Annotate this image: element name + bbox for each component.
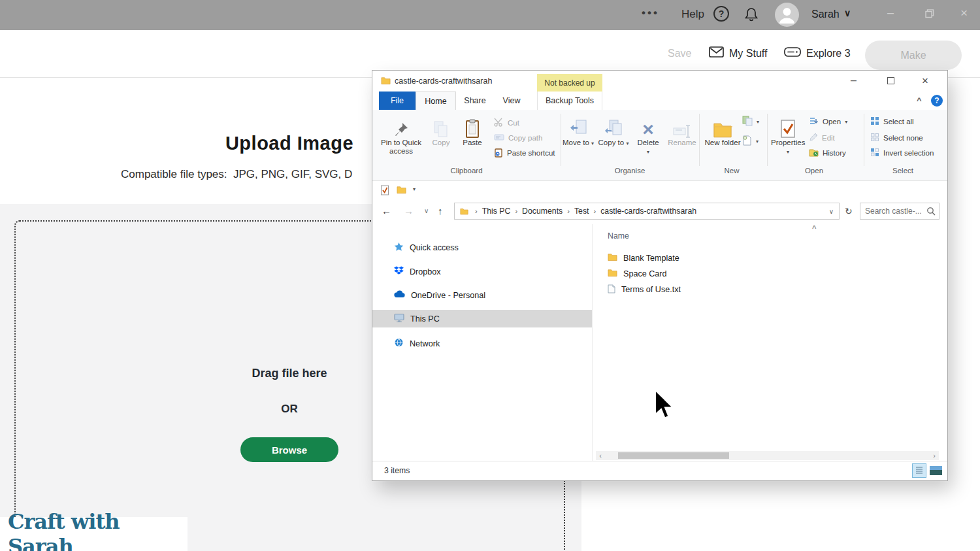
paste-button[interactable]: Paste [457,115,487,147]
file-list-pane[interactable]: Name ^ Blank Template Space Card Terms o… [593,224,944,461]
ribbon-separator [561,114,561,166]
not-backed-up-badge: Not backed up [537,74,602,92]
save-button[interactable]: Save [668,48,691,59]
crumb-separator: › [567,207,570,215]
tab-backup-tools[interactable]: Backup Tools [537,92,602,110]
paste-shortcut-button[interactable]: Paste shortcut [494,146,555,159]
sidebar-item-dropbox[interactable]: Dropbox [372,263,592,280]
window-close-button[interactable]: × [960,6,968,20]
name-column-header[interactable]: Name [608,231,629,241]
help-question-icon[interactable]: ? [713,6,729,22]
pin-icon [378,115,425,139]
invert-selection-icon [870,148,879,158]
search-box[interactable] [860,203,939,220]
qat-dropdown-icon[interactable]: ▾ [413,186,416,192]
file-row-blank-template[interactable]: Blank Template [608,250,679,266]
scrollbar-thumb[interactable] [618,452,729,459]
file-row-terms-of-use[interactable]: Terms of Use.txt [608,282,681,297]
explorer-body: Quick access Dropbox OneDrive - Personal… [372,224,947,461]
details-view-button[interactable] [912,463,926,478]
explorer-title-bar[interactable]: castle-cards-craftwithsarah Not backed u… [372,71,947,92]
open-button[interactable]: Open ▾ [809,115,847,128]
new-item-button[interactable]: ▾ [742,135,759,148]
sidebar-item-network[interactable]: Network [372,335,592,352]
notifications-bell-icon[interactable] [743,7,759,26]
thumbnails-view-button[interactable] [930,466,942,477]
properties-button[interactable]: Properties▾ [771,115,805,156]
recent-locations-chevron-icon[interactable]: ∨ [424,207,429,214]
sidebar-item-this-pc[interactable]: This PC [372,310,592,327]
select-all-button[interactable]: Select all [870,115,914,128]
qat-properties-icon[interactable] [380,185,389,197]
explorer-close-button[interactable]: × [922,75,928,88]
search-input[interactable] [860,206,926,216]
scrollbar-track[interactable] [605,451,930,460]
move-to-button[interactable]: Move to ▾ [562,115,595,148]
qat-folder-icon[interactable] [397,186,406,196]
dropdown-icon: ▾ [787,149,789,155]
delete-button[interactable]: × Delete▾ [634,115,662,156]
explorer-maximize-button[interactable] [887,77,894,84]
window-restore-button[interactable] [925,9,934,21]
scroll-right-icon[interactable]: › [930,451,939,460]
crumb-separator: › [594,207,596,215]
properties-icon [771,115,805,139]
browse-button[interactable]: Browse [240,437,338,462]
file-row-space-card[interactable]: Space Card [608,266,667,282]
window-minimize-button[interactable]: – [887,6,894,20]
copy-to-icon [597,115,630,139]
easy-access-button[interactable]: ▾ [742,115,759,128]
select-none-button[interactable]: Select none [870,131,923,144]
copy-to-button[interactable]: Copy to ▾ [597,115,630,148]
address-bar[interactable]: › This PC › Documents › Test › castle-ca… [454,203,840,220]
star-icon [394,242,404,254]
ribbon-separator [699,114,700,166]
cut-button[interactable]: Cut [494,116,519,129]
refresh-icon[interactable]: ↻ [845,206,853,216]
back-button[interactable]: ← [382,205,391,216]
tab-share[interactable]: Share [456,92,494,110]
breadcrumb-documents[interactable]: Documents [522,207,563,216]
horizontal-scrollbar[interactable]: ‹ › [596,451,939,460]
dropdown-icon: ▾ [845,119,847,125]
tab-file[interactable]: File [379,92,416,110]
rename-button[interactable]: Rename [664,115,700,147]
sidebar-item-onedrive[interactable]: OneDrive - Personal [372,286,592,304]
edit-button[interactable]: Edit [809,131,835,144]
scroll-left-icon[interactable]: ‹ [596,451,605,460]
sort-indicator-icon[interactable]: ^ [812,224,816,232]
site-logo-text: Craft with Sarah [8,509,188,551]
make-button[interactable]: Make [865,41,962,70]
copy-button[interactable]: Copy [427,115,455,147]
user-avatar[interactable] [775,3,799,27]
tab-view[interactable]: View [494,92,529,110]
collapse-ribbon-icon[interactable]: ^ [917,95,922,105]
overflow-menu-icon[interactable]: ••• [642,7,659,20]
move-to-icon [562,115,595,139]
help-label[interactable]: Help [681,8,704,21]
invert-selection-button[interactable]: Invert selection [870,146,934,159]
folder-icon [608,269,617,279]
address-dropdown-icon[interactable]: ∨ [829,208,834,215]
dropbox-icon [394,266,404,277]
user-name[interactable]: Sarah [811,8,840,20]
dropdown-icon: ▾ [626,141,629,146]
explore-machine-button[interactable]: Explore 3 [784,46,851,61]
forward-button[interactable]: → [404,205,414,216]
new-folder-button[interactable]: New folder [704,115,741,147]
copy-path-button[interactable]: Copy path [494,131,542,144]
up-button[interactable]: ↑ [438,205,443,216]
sidebar-item-quick-access[interactable]: Quick access [372,239,592,256]
my-stuff-button[interactable]: My Stuff [709,46,767,61]
user-menu-chevron-icon[interactable]: ∨ [844,8,851,18]
explorer-minimize-button[interactable]: – [851,75,857,86]
pin-to-quick-access-button[interactable]: Pin to Quick access [378,115,425,156]
select-group-label: Select [864,167,942,175]
tab-home[interactable]: Home [416,92,456,110]
breadcrumb-this-pc[interactable]: This PC [482,207,511,216]
explorer-help-icon[interactable]: ? [931,95,943,107]
breadcrumb-current-folder[interactable]: castle-cards-craftwithsarah [600,207,696,216]
open-group-label: Open [767,167,861,175]
breadcrumb-test[interactable]: Test [574,207,589,216]
history-button[interactable]: History [809,146,846,159]
